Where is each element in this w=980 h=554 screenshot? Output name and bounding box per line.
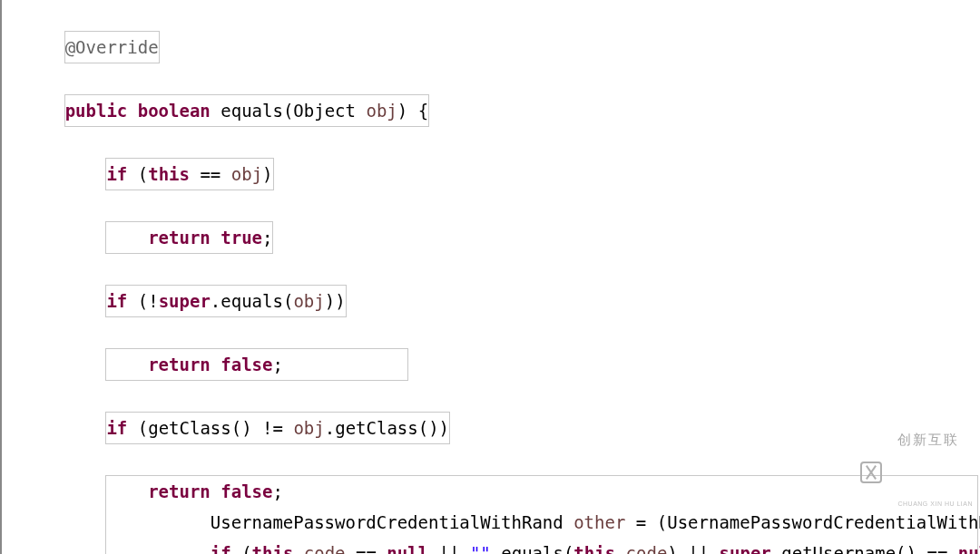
code-snippet: @Override public boolean equals(Object o… xyxy=(0,0,980,554)
watermark-sub: CHUANG XIN HU LIAN xyxy=(897,501,973,507)
line-2: public boolean equals(Object obj) { xyxy=(2,94,980,127)
line-4: return true; xyxy=(2,221,980,254)
line-1: @Override xyxy=(2,31,980,63)
line-8: return false; UsernamePasswordCredential… xyxy=(2,475,980,554)
watermark: 创新互联 CHUANG XIN HU LIAN xyxy=(860,394,973,550)
annotation-override: @Override xyxy=(65,37,159,57)
watermark-text: 创新互联 xyxy=(897,432,959,447)
line-6: return false; xyxy=(2,348,980,381)
line-3: if (this == obj) xyxy=(2,158,980,190)
watermark-logo-icon xyxy=(860,462,882,483)
line-7: if (getClass() != obj.getClass()) xyxy=(2,412,980,444)
line-5: if (!super.equals(obj)) xyxy=(2,285,980,317)
